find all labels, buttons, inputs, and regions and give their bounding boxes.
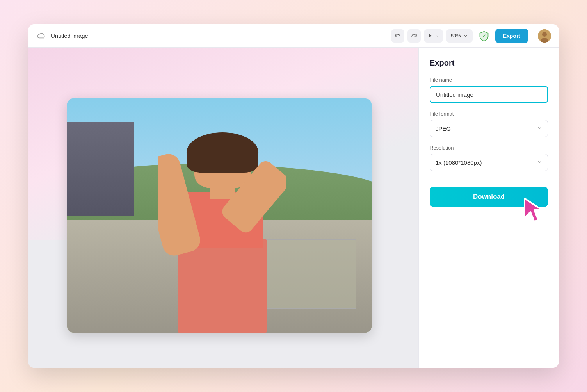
export-panel: Export File name File format JPEG PNG We… (418, 48, 559, 368)
person-figure (158, 110, 286, 333)
shield-button[interactable]: ✓ (477, 29, 491, 43)
file-name-input[interactable] (430, 86, 548, 103)
header-center: 80% (391, 29, 473, 43)
zoom-selector[interactable]: 80% (446, 29, 473, 43)
main-content: Export File name File format JPEG PNG We… (28, 48, 559, 368)
svg-marker-0 (429, 34, 432, 38)
canvas-area[interactable] (28, 48, 418, 368)
download-button[interactable]: Download (430, 187, 548, 207)
play-button[interactable] (424, 29, 443, 43)
canvas-image (67, 98, 372, 333)
image-canvas[interactable] (67, 98, 372, 333)
resolution-select[interactable]: 1x (1080*1080px) 2x (2160*2160px) 3x (32… (430, 154, 548, 171)
svg-text:✓: ✓ (482, 34, 486, 38)
export-button[interactable]: Export (495, 29, 528, 43)
resolution-label: Resolution (430, 145, 548, 151)
app-window: Untitled image (28, 24, 559, 368)
header-left: Untitled image (36, 30, 386, 41)
header-divider (533, 30, 533, 41)
building-left (67, 122, 134, 216)
file-format-wrapper: JPEG PNG WebP SVG (430, 120, 548, 137)
document-title: Untitled image (51, 32, 88, 39)
person-hair (187, 132, 258, 173)
file-format-label: File format (430, 111, 548, 117)
header-right: ✓ Export (477, 29, 551, 43)
resolution-wrapper: 1x (1080*1080px) 2x (2160*2160px) 3x (32… (430, 154, 548, 171)
panel-title: Export (430, 59, 548, 68)
redo-button[interactable] (407, 29, 421, 43)
header: Untitled image (28, 24, 559, 48)
download-area: Download (430, 183, 548, 207)
zoom-level: 80% (451, 33, 461, 39)
person-pants (178, 239, 267, 333)
file-name-label: File name (430, 77, 548, 83)
cloud-icon (36, 30, 47, 41)
file-format-select[interactable]: JPEG PNG WebP SVG (430, 120, 548, 137)
user-avatar[interactable] (538, 29, 551, 43)
svg-point-3 (542, 32, 547, 37)
undo-button[interactable] (391, 29, 404, 43)
